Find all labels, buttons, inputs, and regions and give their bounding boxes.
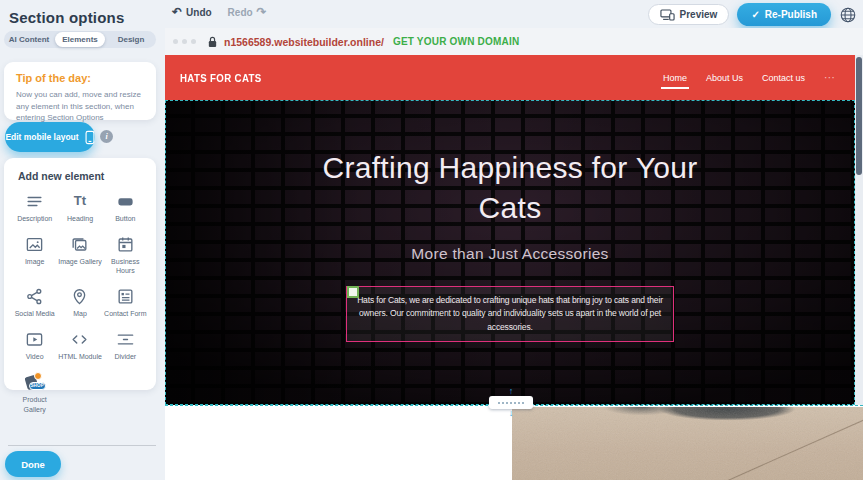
hero-paragraph[interactable]: Hats for Cats, we are dedicated to craft… — [355, 294, 665, 334]
nav-contact-us[interactable]: Contact us — [762, 73, 805, 83]
republish-button[interactable]: ✓ Re-Publish — [737, 3, 831, 26]
site-nav: Home About Us Contact us ⋯ — [663, 55, 835, 100]
republish-label: Re-Publish — [765, 9, 817, 20]
tab-design[interactable]: Design — [106, 31, 156, 48]
check-icon: ✓ — [751, 9, 759, 20]
heading-icon: Tt — [74, 191, 86, 211]
tip-body: Now you can add, move and resize any ele… — [16, 89, 144, 124]
product-gallery-icon: SHOP — [23, 372, 47, 392]
edit-mobile-label: Edit mobile layout — [5, 132, 78, 142]
resize-arrow-up-icon: ↑ — [509, 387, 514, 396]
section-resize-handle[interactable]: ↑ ↓ — [489, 387, 533, 420]
undo-button[interactable]: ↶ Undo — [172, 6, 212, 18]
sidebar-tabs: AI Content Elements Design — [4, 31, 156, 48]
contact-form-icon — [116, 286, 135, 306]
undo-label: Undo — [186, 7, 212, 18]
info-icon[interactable]: i — [100, 130, 113, 143]
phone-icon — [85, 130, 95, 145]
element-map[interactable]: Map — [57, 286, 102, 318]
done-button[interactable]: Done — [5, 451, 61, 477]
browser-bar: n1566589.websitebuilder.online/ GET YOUR… — [165, 28, 863, 55]
edit-mobile-layout-button[interactable]: Edit mobile layout — [5, 122, 95, 152]
map-pin-icon — [70, 286, 89, 306]
element-image-gallery[interactable]: Image Gallery — [57, 234, 102, 275]
nav-more-icon[interactable]: ⋯ — [824, 73, 835, 82]
redo-icon: ↷ — [257, 6, 267, 18]
divider-icon — [116, 329, 135, 349]
preview-scrollbar-thumb[interactable] — [856, 57, 862, 175]
price-tag-dot — [34, 372, 42, 380]
element-divider[interactable]: Divider — [103, 329, 148, 361]
tab-ai-content[interactable]: AI Content — [4, 31, 54, 48]
element-grid: Description Tt Heading Button Image — [12, 191, 148, 414]
undo-redo-group: ↶ Undo Redo ↷ — [172, 6, 267, 18]
image-gallery-icon — [70, 234, 89, 254]
section-options-sidebar: AI Content Elements Design Tip of the da… — [0, 0, 165, 480]
topbar-actions: Preview ✓ Re-Publish — [648, 3, 857, 26]
devices-icon — [660, 9, 675, 21]
tip-of-the-day-card: Tip of the day: Now you can add, move an… — [4, 62, 156, 120]
site-logo[interactable]: HATS FOR CATS — [180, 72, 262, 84]
element-button[interactable]: Button — [103, 191, 148, 223]
tab-elements[interactable]: Elements — [55, 32, 105, 47]
globe-icon[interactable] — [839, 6, 857, 24]
add-element-title: Add new element — [18, 170, 148, 182]
texture-noise — [512, 407, 863, 480]
preview-button[interactable]: Preview — [648, 4, 730, 25]
lock-icon — [207, 36, 218, 48]
code-icon — [70, 329, 89, 349]
site-url: n1566589.websitebuilder.online/ — [224, 36, 384, 48]
element-heading[interactable]: Tt Heading — [57, 191, 102, 223]
hero-heading[interactable]: Crafting Happiness for Your Cats — [300, 148, 720, 227]
sidebar-divider — [8, 445, 156, 446]
element-business-hours[interactable]: Business Hours — [103, 234, 148, 275]
video-icon — [25, 329, 44, 349]
element-image[interactable]: Image — [12, 234, 57, 275]
nav-home[interactable]: Home — [663, 73, 687, 83]
window-dots — [173, 39, 196, 44]
element-video[interactable]: Video — [12, 329, 57, 361]
add-new-element-panel: Add new element Description Tt Heading B… — [4, 158, 156, 390]
redo-label: Redo — [228, 7, 253, 18]
sand-pavement-image — [512, 407, 863, 480]
hero-section[interactable]: Crafting Happiness for Your Cats More th… — [165, 100, 855, 405]
resize-arrow-down-icon: ↓ — [509, 409, 514, 418]
redo-button[interactable]: Redo ↷ — [228, 6, 267, 18]
element-description[interactable]: Description — [12, 191, 57, 223]
tip-title: Tip of the day: — [16, 72, 144, 84]
business-hours-icon — [116, 234, 135, 254]
get-domain-link[interactable]: GET YOUR OWN DOMAIN — [393, 36, 519, 47]
image-icon — [25, 234, 44, 254]
nav-about-us[interactable]: About Us — [706, 73, 743, 83]
preview-scrollbar-track[interactable] — [855, 55, 863, 405]
shop-badge: SHOP — [29, 382, 46, 390]
description-icon — [25, 191, 44, 211]
element-contact-form[interactable]: Contact Form — [103, 286, 148, 318]
social-media-icon — [25, 286, 44, 306]
selected-paragraph-box[interactable]: Hats for Cats, we are dedicated to craft… — [346, 286, 674, 342]
preview-label: Preview — [680, 9, 718, 20]
undo-icon: ↶ — [172, 6, 182, 18]
selection-handle[interactable] — [347, 286, 359, 298]
hero-content: Crafting Happiness for Your Cats More th… — [165, 100, 855, 405]
element-social-media[interactable]: Social Media — [12, 286, 57, 318]
site-header: HATS FOR CATS Home About Us Contact us ⋯ — [165, 55, 855, 100]
element-product-gallery[interactable]: SHOP Product Gallery — [12, 372, 57, 413]
button-icon — [116, 191, 135, 211]
hero-subheading[interactable]: More than Just Accessories — [411, 245, 608, 263]
element-html-module[interactable]: HTML Module — [57, 329, 102, 361]
